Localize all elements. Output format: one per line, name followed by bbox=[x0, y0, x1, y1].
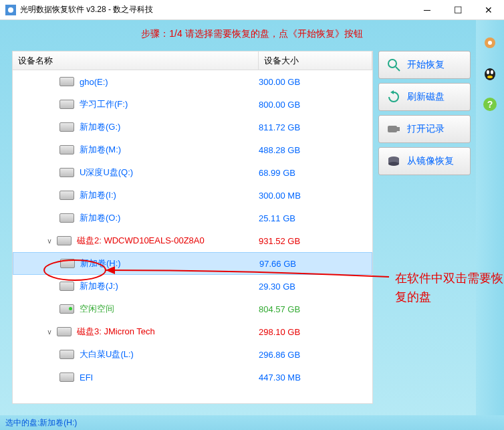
volume-row[interactable]: 空闲空间804.57 GB bbox=[13, 298, 372, 320]
app-icon bbox=[5, 5, 16, 15]
volume-row[interactable]: 学习工作(F:)800.00 GB bbox=[13, 93, 372, 116]
disk-row[interactable]: v磁盘3: JMicron Tech298.10 GB bbox=[13, 320, 372, 343]
disk-icon bbox=[386, 153, 402, 169]
drive-icon bbox=[60, 259, 75, 268]
svg-point-9 bbox=[485, 68, 495, 80]
right-toolbar: ? bbox=[476, 20, 504, 430]
row-name: 新加卷(O:) bbox=[80, 212, 120, 224]
titlebar: 光明数据恢复软件 v3.28 - 数之寻科技 ─ ☐ ✕ bbox=[0, 0, 504, 20]
svg-point-10 bbox=[487, 70, 489, 74]
drive-icon bbox=[59, 122, 74, 132]
row-size: 68.99 GB bbox=[259, 168, 372, 178]
drive-icon bbox=[59, 100, 74, 109]
row-name: 新加卷(I:) bbox=[80, 189, 116, 201]
maximize-button[interactable]: ☐ bbox=[443, 0, 473, 20]
close-button[interactable]: ✕ bbox=[473, 0, 504, 20]
row-name: 新加卷(H:) bbox=[80, 257, 121, 270]
row-name: 磁盘3: JMicron Tech bbox=[77, 326, 155, 338]
drive-icon bbox=[59, 282, 74, 291]
start-recovery-button[interactable]: 开始恢复 bbox=[378, 51, 471, 79]
row-size: 931.52 GB bbox=[259, 236, 372, 246]
button-label: 刷新磁盘 bbox=[407, 91, 445, 103]
row-name: gho(E:) bbox=[80, 77, 108, 87]
volume-row[interactable]: 新加卷(G:)811.72 GB bbox=[13, 116, 372, 138]
refresh-disk-button[interactable]: 刷新磁盘 bbox=[378, 83, 471, 111]
volume-row[interactable]: 新加卷(I:)300.00 MB bbox=[13, 184, 372, 207]
row-size: 447.30 MB bbox=[259, 372, 372, 383]
row-size: 800.00 GB bbox=[259, 100, 372, 110]
svg-point-0 bbox=[388, 60, 396, 68]
svg-rect-3 bbox=[397, 127, 400, 131]
col-size[interactable]: 设备大小 bbox=[259, 51, 372, 70]
volume-row[interactable]: 新加卷(O:)25.11 GB bbox=[13, 207, 372, 229]
table-body: gho(E:)300.00 GB学习工作(F:)800.00 GB新加卷(G:)… bbox=[13, 70, 372, 403]
row-name: 磁盘2: WDCWD10EALS-00Z8A0 bbox=[77, 235, 205, 247]
row-size: 804.57 GB bbox=[259, 304, 372, 314]
help-icon[interactable]: ? bbox=[481, 95, 499, 114]
row-size: 488.28 GB bbox=[259, 145, 372, 155]
qq-icon[interactable] bbox=[481, 64, 499, 83]
row-size: 811.72 GB bbox=[259, 122, 372, 132]
drive-icon bbox=[59, 304, 74, 314]
drive-icon bbox=[59, 191, 74, 200]
drive-icon bbox=[59, 372, 74, 382]
svg-text:?: ? bbox=[487, 99, 493, 110]
open-log-button[interactable]: 打开记录 bbox=[378, 115, 471, 143]
from-image-button[interactable]: 从镜像恢复 bbox=[378, 147, 471, 175]
status-bar: 选中的盘:新加卷(H:) bbox=[0, 415, 504, 430]
button-label: 打开记录 bbox=[407, 123, 445, 135]
status-text: 选中的盘:新加卷(H:) bbox=[5, 417, 77, 429]
row-size: 296.86 GB bbox=[259, 350, 372, 360]
row-name: 新加卷(M:) bbox=[80, 144, 121, 156]
magnify-icon bbox=[386, 57, 402, 73]
expand-toggle[interactable]: v bbox=[45, 328, 54, 336]
drive-icon bbox=[59, 350, 74, 359]
refresh-icon bbox=[386, 89, 402, 105]
row-size: 29.30 GB bbox=[259, 282, 372, 292]
drive-icon bbox=[59, 168, 74, 177]
row-size: 298.10 GB bbox=[259, 327, 372, 337]
row-name: U深度U盘(Q:) bbox=[80, 167, 133, 179]
camera-icon bbox=[386, 121, 402, 137]
row-size: 300.00 MB bbox=[259, 191, 372, 201]
device-list-panel: 设备名称 设备大小 gho(E:)300.00 GB学习工作(F:)800.00… bbox=[12, 51, 373, 404]
row-name: 学习工作(F:) bbox=[80, 98, 128, 110]
minimize-button[interactable]: ─ bbox=[412, 0, 443, 20]
volume-row[interactable]: EFI447.30 MB bbox=[13, 366, 372, 389]
svg-point-8 bbox=[488, 41, 492, 45]
svg-point-12 bbox=[487, 76, 493, 78]
volume-row[interactable]: 新加卷(H:)97.66 GB bbox=[13, 252, 372, 275]
table-header: 设备名称 设备大小 bbox=[13, 51, 372, 70]
row-name: 新加卷(J:) bbox=[80, 280, 118, 292]
drive-icon bbox=[57, 236, 72, 245]
drive-icon bbox=[59, 213, 74, 223]
gear-icon[interactable] bbox=[481, 33, 499, 52]
disk-row[interactable]: v磁盘2: WDCWD10EALS-00Z8A0931.52 GB bbox=[13, 229, 372, 252]
svg-point-6 bbox=[388, 162, 399, 166]
svg-rect-2 bbox=[388, 126, 397, 132]
row-name: 新加卷(G:) bbox=[80, 121, 120, 133]
button-label: 开始恢复 bbox=[407, 59, 445, 71]
svg-line-1 bbox=[396, 67, 400, 71]
step-instruction: 步骤：1/4 请选择需要恢复的盘，点《开始恢复》按钮 bbox=[0, 20, 504, 47]
col-name[interactable]: 设备名称 bbox=[13, 51, 259, 70]
volume-row[interactable]: 大白菜U盘(L:)296.86 GB bbox=[13, 343, 372, 366]
button-label: 从镜像恢复 bbox=[407, 155, 454, 167]
row-name: 空闲空间 bbox=[80, 303, 114, 315]
drive-icon bbox=[57, 327, 72, 336]
svg-point-11 bbox=[491, 70, 493, 74]
drive-icon bbox=[59, 145, 74, 154]
row-name: 大白菜U盘(L:) bbox=[80, 348, 134, 360]
drive-icon bbox=[59, 77, 74, 86]
volume-row[interactable]: gho(E:)300.00 GB bbox=[13, 70, 372, 93]
window-title: 光明数据恢复软件 v3.28 - 数之寻科技 bbox=[20, 4, 412, 15]
row-name: EFI bbox=[80, 372, 93, 383]
row-size: 97.66 GB bbox=[259, 259, 372, 269]
volume-row[interactable]: 新加卷(M:)488.28 GB bbox=[13, 138, 372, 161]
volume-row[interactable]: 新加卷(J:)29.30 GB bbox=[13, 275, 372, 298]
expand-toggle[interactable]: v bbox=[45, 237, 54, 245]
row-size: 25.11 GB bbox=[259, 213, 372, 223]
row-size: 300.00 GB bbox=[259, 77, 372, 87]
volume-row[interactable]: U深度U盘(Q:)68.99 GB bbox=[13, 161, 372, 184]
